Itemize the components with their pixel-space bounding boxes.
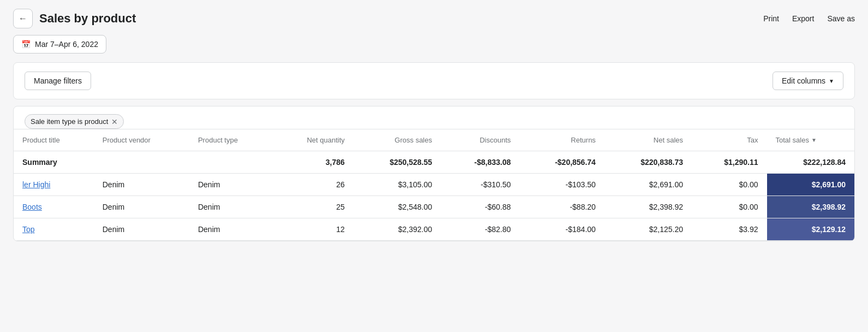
total-sales-cell: $2,691.00 — [767, 174, 854, 196]
total-sales-badge: $2,691.00 — [767, 174, 854, 195]
col-header-discounts: Discounts — [441, 129, 519, 151]
sales-table: Product title Product vendor Product typ… — [14, 129, 854, 241]
gross-sales-cell: $2,392.00 — [354, 218, 441, 241]
returns-cell: -$184.00 — [519, 218, 604, 241]
total-sales-badge: $2,129.12 — [767, 218, 854, 240]
filter-tag-close-button[interactable]: ✕ — [111, 118, 118, 126]
gross-sales-cell: $2,548.00 — [354, 196, 441, 218]
filter-row: Manage filters Edit columns ▼ — [25, 72, 843, 90]
summary-type — [189, 151, 273, 174]
back-button[interactable]: ← — [13, 9, 33, 28]
filters-card: Manage filters Edit columns ▼ — [13, 62, 855, 99]
tax-cell: $0.00 — [692, 196, 767, 218]
summary-discounts: -$8,833.08 — [441, 151, 519, 174]
summary-gross-sales: $250,528.55 — [354, 151, 441, 174]
tax-cell: $3.92 — [692, 218, 767, 241]
discounts-cell: -$310.50 — [441, 174, 519, 196]
filter-tags: Sale item type is product ✕ — [14, 106, 854, 129]
net-quantity-cell: 12 — [273, 218, 354, 241]
table-row: ler HighiDenimDenim26$3,105.00-$310.50-$… — [14, 174, 854, 196]
net-sales-cell: $2,691.00 — [604, 174, 692, 196]
table-row: BootsDenimDenim25$2,548.00-$60.88-$88.20… — [14, 196, 854, 218]
gross-sales-cell: $3,105.00 — [354, 174, 441, 196]
date-filter-label: Mar 7–Apr 6, 2022 — [35, 40, 98, 49]
save-as-button[interactable]: Save as — [827, 12, 855, 25]
filter-tag-label: Sale item type is product — [31, 117, 108, 126]
product-title-cell[interactable]: Boots — [14, 196, 94, 218]
table-card: Sale item type is product ✕ Product titl… — [13, 106, 855, 241]
table-header-row: Product title Product vendor Product typ… — [14, 129, 854, 151]
product-link[interactable]: Top — [22, 225, 35, 234]
summary-label: Summary — [14, 151, 94, 174]
summary-net-sales: $220,838.73 — [604, 151, 692, 174]
col-header-gross-sales: Gross sales — [354, 129, 441, 151]
returns-cell: -$103.50 — [519, 174, 604, 196]
export-button[interactable]: Export — [792, 12, 814, 25]
net-sales-cell: $2,398.92 — [604, 196, 692, 218]
col-header-returns: Returns — [519, 129, 604, 151]
summary-net-quantity: 3,786 — [273, 151, 354, 174]
net-quantity-cell: 26 — [273, 174, 354, 196]
table-row: TopDenimDenim12$2,392.00-$82.80-$184.00$… — [14, 218, 854, 241]
product-link[interactable]: Boots — [22, 203, 42, 211]
calendar-icon: 📅 — [21, 40, 31, 49]
active-filter-tag: Sale item type is product ✕ — [25, 114, 124, 129]
col-header-total-sales[interactable]: Total sales ▼ — [767, 129, 854, 151]
returns-cell: -$88.20 — [519, 196, 604, 218]
col-header-tax: Tax — [692, 129, 767, 151]
edit-columns-button[interactable]: Edit columns ▼ — [773, 72, 843, 90]
manage-filters-button[interactable]: Manage filters — [25, 72, 91, 90]
print-button[interactable]: Print — [763, 12, 779, 25]
summary-row: Summary 3,786 $250,528.55 -$8,833.08 -$2… — [14, 151, 854, 174]
product-type-cell: Denim — [189, 218, 273, 241]
summary-returns: -$20,856.74 — [519, 151, 604, 174]
summary-tax: $1,290.11 — [692, 151, 767, 174]
total-sales-cell: $2,398.92 — [767, 196, 854, 218]
header-left: ← Sales by product — [13, 9, 136, 28]
date-filter-section: 📅 Mar 7–Apr 6, 2022 — [0, 35, 868, 62]
col-header-product-vendor: Product vendor — [94, 129, 189, 151]
col-header-net-quantity: Net quantity — [273, 129, 354, 151]
col-header-net-sales: Net sales — [604, 129, 692, 151]
chevron-down-icon: ▼ — [829, 78, 834, 84]
net-sales-cell: $2,125.20 — [604, 218, 692, 241]
page-header: ← Sales by product Print Export Save as — [0, 0, 868, 35]
discounts-cell: -$82.80 — [441, 218, 519, 241]
total-sales-badge: $2,398.92 — [767, 196, 854, 218]
product-title-cell[interactable]: Top — [14, 218, 94, 241]
product-vendor-cell: Denim — [94, 196, 189, 218]
product-vendor-cell: Denim — [94, 218, 189, 241]
col-header-product-type: Product type — [189, 129, 273, 151]
total-sales-cell: $2,129.12 — [767, 218, 854, 241]
summary-vendor — [94, 151, 189, 174]
tax-cell: $0.00 — [692, 174, 767, 196]
product-type-cell: Denim — [189, 196, 273, 218]
header-right: Print Export Save as — [763, 12, 855, 25]
date-filter-button[interactable]: 📅 Mar 7–Apr 6, 2022 — [13, 35, 106, 54]
net-quantity-cell: 25 — [273, 196, 354, 218]
edit-columns-label: Edit columns — [782, 76, 825, 85]
discounts-cell: -$60.88 — [441, 196, 519, 218]
product-link[interactable]: ler Highi — [22, 180, 50, 189]
page-title: Sales by product — [39, 11, 136, 26]
col-header-product-title: Product title — [14, 129, 94, 151]
product-type-cell: Denim — [189, 174, 273, 196]
product-vendor-cell: Denim — [94, 174, 189, 196]
sort-icon: ▼ — [811, 137, 817, 143]
summary-total-sales: $222,128.84 — [767, 151, 854, 174]
product-title-cell[interactable]: ler Highi — [14, 174, 94, 196]
